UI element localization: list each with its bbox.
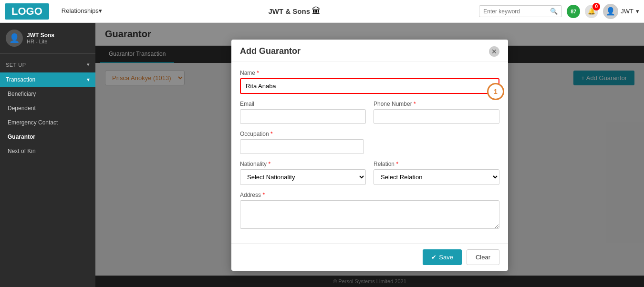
address-group: Address * — [240, 192, 499, 229]
nav-right-area: 🔍 87 🔔 0 👤 JWT ▾ — [479, 4, 639, 19]
modal-close-button[interactable]: ✕ — [489, 46, 499, 57]
name-input[interactable] — [240, 78, 499, 94]
add-guarantor-modal: Add Guarantor ✕ Name * — [231, 40, 508, 271]
occupation-input[interactable] — [240, 139, 364, 154]
main-content: Guarantor Guarantor Transaction Prisca A… — [95, 23, 644, 287]
sidebar-avatar: 👤 — [6, 30, 23, 47]
relation-label: Relation * — [374, 161, 499, 167]
sidebar-item-dependent[interactable]: Dependent — [0, 101, 95, 115]
email-label: Email — [240, 101, 366, 107]
relation-select[interactable]: Select Relation Friend Family Colleague … — [374, 169, 499, 185]
search-icon: 🔍 — [550, 8, 558, 15]
modal-footer: ✔ Save Clear — [231, 243, 508, 271]
phone-input[interactable] — [374, 109, 499, 124]
alerts-btn[interactable]: 🔔 0 — [585, 5, 598, 18]
relationships-nav[interactable]: Relationships ▾ — [54, 0, 110, 23]
email-phone-row: Email Phone Number * — [240, 101, 499, 124]
main-layout: 👤 JWT Sons HR - Lite Set up ▾ Transactio… — [0, 23, 644, 287]
transaction-section-header[interactable]: Transaction ▾ — [0, 72, 95, 87]
modal-header: Add Guarantor ✕ — [231, 40, 508, 62]
sidebar-item-next-of-kin[interactable]: Next of Kin — [0, 144, 95, 158]
name-required: * — [257, 70, 259, 76]
sidebar-user-name: JWT Sons — [27, 32, 54, 39]
notifications-btn[interactable]: 87 — [567, 5, 580, 18]
sidebar: 👤 JWT Sons HR - Lite Set up ▾ Transactio… — [0, 23, 95, 287]
avatar: 👤 — [603, 4, 618, 19]
nationality-group: Nationality * Select Nationality Ghanaia… — [240, 161, 366, 185]
nationality-relation-row: Nationality * Select Nationality Ghanaia… — [240, 161, 499, 185]
address-input[interactable] — [240, 200, 499, 229]
sidebar-setup-section: Set up ▾ — [0, 54, 95, 72]
annotation-1: 1 — [487, 83, 504, 100]
building-icon: 🏛 — [312, 6, 321, 16]
chevron-up-icon: ▾ — [87, 76, 90, 83]
search-input[interactable] — [483, 8, 550, 15]
modal-title: Add Guarantor — [240, 46, 301, 56]
sidebar-user: 👤 JWT Sons HR - Lite — [0, 23, 95, 54]
clear-button[interactable]: Clear — [467, 249, 499, 265]
user-menu[interactable]: 👤 JWT ▾ — [603, 4, 639, 19]
modal-body: Name * 1 — [231, 62, 508, 243]
checkmark-icon: ✔ — [431, 254, 436, 261]
name-row: Name * 1 — [240, 70, 499, 94]
sidebar-user-role: HR - Lite — [27, 39, 54, 44]
search-box[interactable]: 🔍 — [479, 5, 562, 17]
modal-overlay: Add Guarantor ✕ Name * — [95, 23, 644, 287]
save-button[interactable]: ✔ Save — [423, 249, 462, 265]
occupation-group: Occupation * — [240, 131, 364, 154]
nationality-label: Nationality * — [240, 161, 366, 167]
address-label: Address * — [240, 192, 499, 198]
sidebar-item-beneficiary[interactable]: Beneficiary — [0, 87, 95, 101]
company-name: JWT & Sons — [268, 7, 310, 15]
phone-label: Phone Number * — [374, 101, 499, 107]
email-input[interactable] — [240, 109, 366, 124]
address-row: Address * — [240, 192, 499, 229]
name-label: Name * — [240, 70, 499, 76]
app-logo: LOGO — [5, 3, 49, 20]
relation-group: Relation * Select Relation Friend Family… — [374, 161, 499, 185]
name-group: Name * — [240, 70, 499, 94]
email-group: Email — [240, 101, 366, 124]
setup-section-title[interactable]: Set up ▾ — [6, 59, 90, 71]
alerts-badge: 0 — [592, 3, 600, 10]
company-name-area: JWT & Sons 🏛 — [110, 6, 479, 16]
nationality-select[interactable]: Select Nationality Ghanaian Nigerian Ken… — [240, 169, 366, 185]
sidebar-item-guarantor[interactable]: Guarantor — [0, 130, 95, 144]
chevron-icon: ▾ — [87, 62, 90, 68]
sidebar-item-emergency-contact[interactable]: Emergency Contact — [0, 115, 95, 130]
top-navigation: LOGO Relationships ▾ JWT & Sons 🏛 🔍 87 🔔… — [0, 0, 644, 23]
occupation-label: Occupation * — [240, 131, 364, 137]
occupation-row: Occupation * — [240, 131, 499, 154]
phone-group: Phone Number * — [374, 101, 499, 124]
